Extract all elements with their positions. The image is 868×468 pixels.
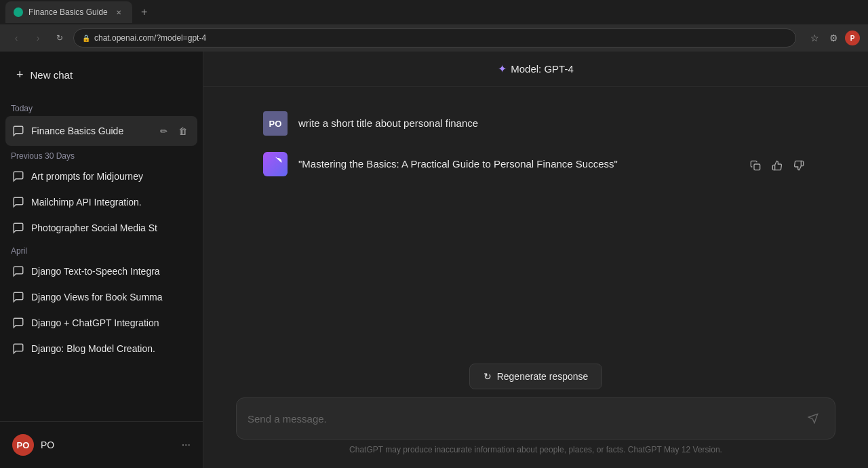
user-name: PO	[41, 440, 54, 450]
gpt-message-body: "Mastering the Basics: A Practical Guide…	[298, 152, 735, 176]
chat-item-text: Finance Basics Guide	[31, 125, 149, 136]
extension-icon[interactable]: ⚙	[826, 31, 841, 45]
tab-favicon	[14, 7, 23, 17]
chat-item-text: Mailchimp API Integration.	[31, 197, 191, 208]
openai-icon	[268, 157, 283, 172]
chat-item-actions: ✏ 🗑	[155, 123, 191, 139]
address-bar-row: ‹ › ↻ 🔒 chat.openai.com/?model=gpt-4 ☆ ⚙…	[0, 24, 868, 52]
sidebar: + New chat Today Finance Basics Guide ✏ …	[0, 52, 203, 468]
tab-close-btn[interactable]: ✕	[113, 7, 124, 18]
edit-chat-button[interactable]: ✏	[155, 123, 172, 139]
input-area: ↻ Regenerate response ChatGPT may produc…	[203, 353, 868, 468]
chat-item-text: Django Text-to-Speech Integra	[31, 266, 191, 277]
chat-bubble-icon	[12, 343, 24, 355]
chat-item-text: Django + ChatGPT Integration	[31, 317, 191, 328]
plus-icon: +	[16, 68, 24, 82]
forward-button[interactable]: ›	[30, 30, 46, 46]
chat-item-text: Django: Blog Model Creation.	[31, 343, 191, 354]
chat-item-text: Django Views for Book Summa	[31, 292, 191, 303]
browser-chrome: Finance Basics Guide ✕ + ‹ › ↻ 🔒 chat.op…	[0, 0, 868, 52]
bookmark-icon[interactable]: ☆	[807, 31, 822, 45]
section-april: April	[5, 241, 197, 258]
gpt-message-avatar	[263, 152, 288, 176]
new-chat-button[interactable]: + New chat	[5, 57, 197, 93]
message-actions	[746, 152, 808, 176]
copy-icon	[750, 160, 761, 171]
footer-disclaimer: ChatGPT may produce inaccurate informati…	[236, 440, 835, 457]
thumbs-down-button[interactable]	[789, 156, 808, 175]
new-chat-label: New chat	[31, 69, 73, 81]
chat-item-text: Art prompts for Midjourney	[31, 171, 191, 182]
app-layout: + New chat Today Finance Basics Guide ✏ …	[0, 52, 868, 468]
svg-rect-0	[754, 164, 760, 170]
refresh-button[interactable]: ↻	[52, 30, 68, 46]
sidebar-scroll: Today Finance Basics Guide ✏ 🗑 Previous …	[0, 98, 203, 421]
chat-item-finance-basics-guide[interactable]: Finance Basics Guide ✏ 🗑	[5, 116, 197, 146]
chat-item-art-prompts[interactable]: Art prompts for Midjourney	[5, 163, 197, 189]
tab-bar: Finance Basics Guide ✕ +	[0, 0, 868, 24]
user-message-1: PO write a short title about personal fi…	[231, 103, 841, 144]
chat-bubble-icon	[12, 125, 24, 137]
user-profile-item[interactable]: PO PO ···	[5, 427, 197, 463]
chat-item-django-tts[interactable]: Django Text-to-Speech Integra	[5, 258, 197, 284]
messages-area: PO write a short title about personal fi…	[203, 87, 868, 353]
chat-bubble-icon	[12, 291, 24, 303]
chat-item-photographer-social[interactable]: Photographer Social Media St	[5, 215, 197, 241]
regenerate-icon: ↻	[484, 371, 492, 382]
chat-bubble-icon	[12, 265, 24, 277]
model-label: Model: GPT-4	[511, 63, 574, 75]
chat-bubble-icon	[12, 317, 24, 329]
gpt-message-1: "Mastering the Basics: A Practical Guide…	[231, 144, 841, 184]
user-message-body: write a short title about personal finan…	[298, 111, 808, 136]
regenerate-response-button[interactable]: ↻ Regenerate response	[469, 364, 603, 389]
new-tab-button[interactable]: +	[135, 3, 154, 22]
chat-item-django-chatgpt[interactable]: Django + ChatGPT Integration	[5, 310, 197, 336]
toolbar-icons: ☆ ⚙ P	[807, 31, 860, 45]
regen-label: Regenerate response	[497, 371, 589, 382]
chat-item-django-views[interactable]: Django Views for Book Summa	[5, 284, 197, 310]
copy-message-button[interactable]	[746, 156, 765, 175]
main-content: ✦ Model: GPT-4 PO write a short title ab…	[203, 52, 868, 468]
delete-chat-button[interactable]: 🗑	[174, 123, 191, 139]
regen-btn-container: ↻ Regenerate response	[236, 364, 835, 389]
chat-header: ✦ Model: GPT-4	[203, 52, 868, 87]
message-input-box	[236, 397, 835, 440]
back-button[interactable]: ‹	[8, 30, 24, 46]
sparkle-icon: ✦	[498, 62, 507, 75]
address-field[interactable]: 🔒 chat.openai.com/?model=gpt-4	[73, 28, 796, 47]
address-text: chat.openai.com/?model=gpt-4	[94, 33, 206, 43]
user-message-avatar: PO	[263, 111, 288, 136]
thumbs-down-icon	[793, 160, 804, 171]
chat-item-text: Photographer Social Media St	[31, 222, 191, 233]
thumbs-up-button[interactable]	[768, 156, 787, 175]
section-today: Today	[5, 98, 197, 116]
chat-bubble-icon	[12, 222, 24, 234]
chat-bubble-icon	[12, 170, 24, 182]
section-previous-30: Previous 30 Days	[5, 146, 197, 163]
thumbs-up-icon	[772, 160, 783, 171]
message-input[interactable]	[248, 413, 794, 425]
profile-avatar[interactable]: P	[845, 31, 860, 45]
tab-title: Finance Basics Guide	[28, 7, 108, 17]
user-avatar: PO	[12, 434, 34, 456]
send-button[interactable]	[802, 408, 824, 429]
sidebar-bottom: PO PO ···	[0, 421, 203, 468]
active-tab[interactable]: Finance Basics Guide ✕	[5, 1, 132, 23]
chat-bubble-icon	[12, 196, 24, 208]
model-badge: ✦ Model: GPT-4	[498, 62, 574, 75]
lock-icon: 🔒	[82, 35, 90, 42]
chat-item-django-blog[interactable]: Django: Blog Model Creation.	[5, 336, 197, 362]
chat-item-mailchimp-api[interactable]: Mailchimp API Integration.	[5, 189, 197, 215]
send-icon	[808, 413, 818, 424]
user-options-icon[interactable]: ···	[182, 439, 191, 451]
